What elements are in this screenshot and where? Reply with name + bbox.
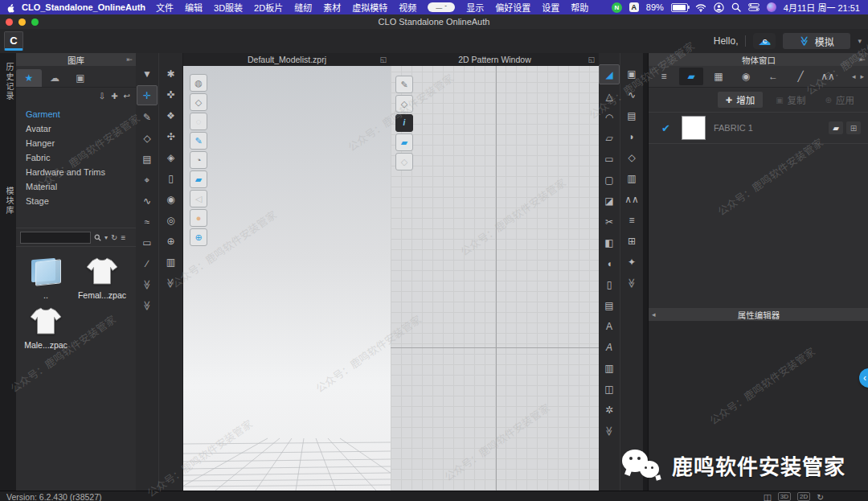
show-pattern-toggle[interactable]: ▰ [190,170,207,188]
tab-menu[interactable]: ≡ [652,68,676,85]
tab-button[interactable]: ◉ [734,68,758,85]
clo-cloud-button[interactable]: ☁ C [753,33,776,49]
menu-sewing[interactable]: 缝纫 [294,3,312,13]
apple-icon[interactable] [6,2,15,13]
menu-preferences[interactable]: 偏好设置 [495,3,530,13]
show-fit-map-toggle[interactable]: ◌ [190,113,207,130]
show-cloth-toggle[interactable]: ◁ [190,190,207,207]
show-garment-toggle[interactable]: ◇ [190,93,207,111]
menu-display[interactable]: 显示 [466,3,484,13]
modular-rail-tab[interactable]: 模块库 [3,187,15,216]
show-skin-toggle[interactable]: ● [190,209,207,227]
menu-app-name[interactable]: CLO_Standalone_OnlineAuth [22,2,145,12]
seam-iron-tool[interactable]: ◗ [622,127,641,146]
collapse-tools[interactable]: ≫ [137,275,157,294]
attach-button-tool[interactable]: ⊕ [162,232,181,250]
add-point-tool[interactable]: ▱ [600,129,619,147]
popout-icon[interactable]: ◱ [588,55,595,64]
measure-ruler-tool[interactable]: ▯ [600,275,619,294]
n-app-icon[interactable]: N [612,2,622,13]
menu-help[interactable]: 帮助 [571,3,588,13]
zipper-tool[interactable]: ▯ [162,169,181,187]
show-pattern-names-toggle[interactable]: ◇ [395,95,413,113]
search-icon[interactable] [94,234,101,241]
store-tab[interactable]: ▣ [68,69,93,87]
tab-topstitch[interactable]: ∧∧ [816,68,840,85]
favorites-tab[interactable]: ★ [16,69,42,87]
library-category-garment[interactable]: Garment [16,107,136,121]
tab-fabric[interactable]: ▰ [679,68,703,85]
multi-sewing-tool[interactable]: ✣ [162,127,181,146]
library-file-male[interactable]: Male...zpac [21,305,71,350]
pin-tool[interactable]: ⌖ [137,170,157,189]
split-view-icon[interactable]: ◫ [764,492,772,501]
history-rail-tab[interactable]: 历史记录 [3,63,15,101]
seam-allowance-tool[interactable]: ◖ [600,254,619,273]
tabs-scroll-right[interactable]: ▸ [860,72,864,80]
search-input[interactable] [20,232,91,244]
viewport-2d[interactable]: 2D Pattern Window ◱ ✎◇i▰◇ [391,53,599,491]
segment-sewing-tool[interactable]: ∿ [137,191,157,210]
menu-avatar[interactable]: 虚拟模特 [352,3,387,13]
pattern-info-toggle[interactable]: i [395,114,413,132]
edit-sewing-tool[interactable]: ∿ [622,85,641,104]
library-category-stage[interactable]: Stage [16,194,136,208]
viewport-2d-canvas[interactable]: ✎◇i▰◇ [391,66,599,491]
menu-3d-garment[interactable]: 3D服装 [214,3,243,13]
search-options-caret[interactable]: ▾ [104,234,108,241]
view-mode-icon[interactable]: ≡ [121,233,125,242]
fabric-row-1[interactable]: ✔ FABRIC 1 ▰ ⊞ [649,113,868,144]
shirt-texture-tool[interactable]: ◇ [622,148,641,166]
edit-pinning-tool[interactable]: ✎ [137,108,157,126]
refresh-icon[interactable]: ↻ [111,233,117,242]
account-icon[interactable] [714,2,724,13]
sewing-machine-tool[interactable]: ▤ [137,150,157,168]
library-category-material[interactable]: Material [16,179,136,194]
fabric-roll-2d-tool[interactable]: ▥ [622,169,641,187]
show-avatar-toggle[interactable]: ◍ [190,74,207,92]
clo-logo[interactable]: C [4,31,23,51]
needle-tool[interactable]: ∕ [137,254,157,273]
text-tool[interactable]: A [600,317,619,335]
library-category-hardware[interactable]: Hardware and Trims [16,165,136,179]
buttonhole-tool[interactable]: ◎ [162,211,181,229]
menu-video[interactable]: 视频 [399,3,416,13]
menu-2d-pattern[interactable]: 2D板片 [254,3,283,13]
walker-tool[interactable]: ✲ [600,400,619,419]
collapse-tools-2[interactable]: ≫ [137,296,157,314]
menu-file[interactable]: 文件 [156,3,174,13]
show-environment-toggle[interactable]: ⊕ [190,228,207,246]
tab-texture[interactable]: ▦ [706,68,731,85]
badge-2d[interactable]: 2D [797,492,810,501]
collapse-tools[interactable]: ≫ [600,421,619,440]
free-sewing-tool[interactable]: ≈ [137,212,157,231]
rectangle-tool[interactable]: ▢ [600,170,619,189]
show-sewing-toggle[interactable]: ✎ [190,132,207,150]
annotation-tool[interactable]: A [600,338,619,356]
tack-on-avatar-tool[interactable]: ✜ [162,85,181,104]
library-file-parent[interactable]: .. [21,255,71,300]
library-category-hanger[interactable]: Hanger [16,136,136,150]
fabric-roll-tool[interactable]: ▥ [162,253,181,271]
refresh-icon[interactable]: ↻ [817,492,824,501]
tab-arrangement[interactable]: ← [761,68,785,85]
cloud-library-tab[interactable]: ☁ [42,69,68,87]
trace-tool[interactable]: ◧ [600,233,619,252]
simulate-button[interactable]: ≫ 模拟 [783,33,850,49]
download-icon[interactable]: ⇩ [99,92,105,101]
collapse-icon[interactable]: ◂ [652,310,656,318]
lock-pattern-toggle[interactable]: ◇ [395,153,413,170]
pleat-fold-tool[interactable]: ≡ [622,211,641,229]
add-icon[interactable]: ✚ [111,92,117,101]
button-tool[interactable]: ◉ [162,190,181,208]
simulate-tool[interactable]: ▼ [137,64,157,83]
copy-fabric-button[interactable]: ▣ 复制 [769,92,812,108]
siri-icon[interactable] [767,2,776,12]
tab-stitch[interactable]: ╱ [788,68,813,85]
polygon-tool[interactable]: ▭ [600,150,619,168]
control-center-icon[interactable] [748,3,760,11]
free-sewing-2d-tool[interactable]: ▤ [622,106,641,125]
select-garment-tool[interactable]: ◇ [137,129,157,147]
transform-pattern-tool[interactable]: ◢ [599,64,620,84]
camera-notch-indicator[interactable]: —ˇ [428,2,455,12]
